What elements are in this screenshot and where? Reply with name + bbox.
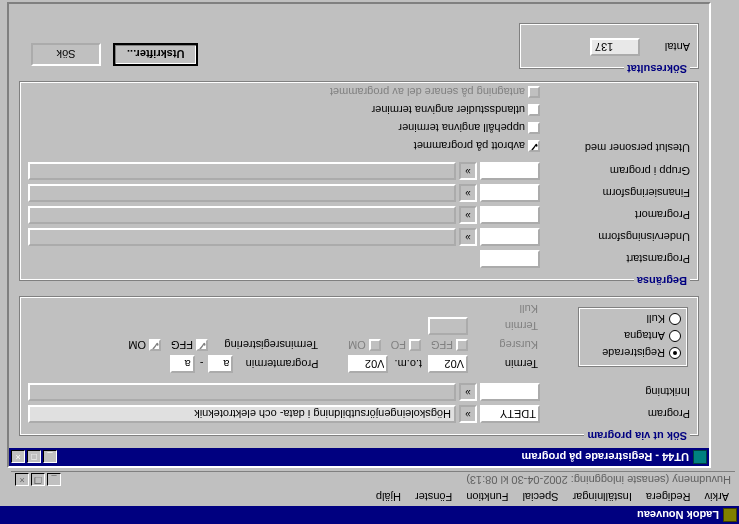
radio-registrerade[interactable] — [669, 348, 681, 360]
kull-termin-input — [428, 317, 468, 335]
app-icon — [723, 508, 737, 522]
termin-to-input[interactable] — [348, 355, 388, 373]
inriktning-lookup-button[interactable]: » — [459, 383, 477, 401]
cb-kursreg-ffg — [456, 339, 468, 351]
programtermin-label: Programtermin — [233, 358, 318, 370]
group-sok: Sök ut via program Program » Högskoleing… — [19, 296, 699, 436]
terminsreg-label: Terminsregistrering — [208, 339, 318, 351]
programtermin-to-input[interactable] — [170, 355, 195, 373]
group-sokresultat: Sökresultat Antal 137 — [519, 23, 699, 69]
cb-avbrott[interactable] — [528, 140, 540, 152]
cb-termreg-ffg-label: FFG — [171, 339, 193, 351]
termin-from-input[interactable] — [428, 355, 468, 373]
child-maximize-icon[interactable]: □ — [27, 451, 41, 464]
cb-kursreg-fo — [409, 339, 421, 351]
cb-kursreg-om-label: OM — [348, 339, 366, 351]
inriktning-desc — [28, 383, 456, 401]
finansieringsform-lookup-button[interactable]: » — [459, 184, 477, 202]
radio-kull-label: Kull — [647, 314, 665, 326]
finansieringsform-label: Finansieringsform — [540, 187, 690, 199]
inriktning-label: Inriktning — [540, 386, 690, 398]
app-titlebar: Ladok Nouveau — [0, 506, 739, 524]
grupp-lookup-button[interactable]: » — [459, 162, 477, 180]
cb-uppehall-label: uppehåll angivna terminer — [398, 122, 525, 134]
group-sokresultat-legend: Sökresultat — [624, 63, 690, 75]
cb-antagning — [528, 86, 540, 98]
minimize-icon[interactable]: _ — [47, 474, 61, 487]
antal-value: 137 — [590, 38, 640, 56]
programort-input[interactable] — [480, 206, 540, 224]
undervisningsform-lookup-button[interactable]: » — [459, 228, 477, 246]
programtermin-from-input[interactable] — [208, 355, 233, 373]
menubar: Arkiv Redigera Inställningar Special Fun… — [0, 488, 739, 506]
kursreg-label: Kursreg — [468, 339, 538, 351]
inriktning-code-input[interactable] — [480, 383, 540, 401]
grupp-desc — [28, 162, 456, 180]
group-begransa: Begränsa Programstart Undervisningsform … — [19, 81, 699, 281]
cb-kursreg-fo-label: FO — [391, 339, 406, 351]
mdi-child-header: Huvudmeny (senaste inloggning: 2002-04-3… — [11, 471, 735, 488]
tom-label: t.o.m. — [394, 358, 422, 370]
cb-termreg-om[interactable] — [149, 339, 161, 351]
uteslut-label: Uteslut personer med — [540, 142, 690, 154]
selection-mode-box: Registrerade Antagna Kull — [578, 307, 688, 367]
menu-hjalp[interactable]: Hjälp — [370, 490, 407, 504]
finansieringsform-input[interactable] — [480, 184, 540, 202]
close-icon[interactable]: × — [15, 474, 29, 487]
termin-label: Termin — [468, 358, 538, 370]
programstart-label: Programstart — [540, 253, 690, 265]
group-sok-legend: Sök ut via program — [584, 430, 690, 442]
child-window: UT44 - Registrerade på program _ □ × Sök… — [7, 2, 711, 468]
cb-avbrott-label: avbrott på programmet — [414, 140, 525, 152]
cb-utlands-label: utlandsstudier angivna terminer — [372, 104, 525, 116]
programstart-input[interactable] — [480, 250, 540, 268]
finansieringsform-desc — [28, 184, 456, 202]
cb-termreg-om-label: OM — [128, 339, 146, 351]
grupp-input[interactable] — [480, 162, 540, 180]
undervisningsform-label: Undervisningsform — [540, 231, 690, 243]
restore-icon[interactable]: ❐ — [31, 474, 45, 487]
menu-fonster[interactable]: Fönster — [409, 490, 458, 504]
programtermin-dash: - — [200, 358, 204, 370]
menu-redigera[interactable]: Redigera — [640, 490, 697, 504]
cb-utlands[interactable] — [528, 104, 540, 116]
menu-installningar[interactable]: Inställningar — [567, 490, 638, 504]
kull-label: Kull — [468, 303, 538, 315]
radio-antagna[interactable] — [669, 331, 681, 343]
program-code-input[interactable] — [480, 405, 540, 423]
app-title: Ladok Nouveau — [637, 509, 719, 521]
child-close-icon[interactable]: × — [11, 451, 25, 464]
kull-termin-label: Termin — [468, 320, 538, 332]
antal-label: Antal — [640, 41, 690, 53]
undervisningsform-input[interactable] — [480, 228, 540, 246]
utskrifter-button[interactable]: Utskrifter... — [113, 43, 198, 66]
radio-antagna-label: Antagna — [624, 331, 665, 343]
program-lookup-button[interactable]: » — [459, 405, 477, 423]
undervisningsform-desc — [28, 228, 456, 246]
programort-desc — [28, 206, 456, 224]
child-title: UT44 - Registrerade på program — [57, 451, 689, 463]
menu-arkiv[interactable]: Arkiv — [699, 490, 735, 504]
group-begransa-legend: Begränsa — [634, 275, 690, 287]
programort-lookup-button[interactable]: » — [459, 206, 477, 224]
program-label: Program — [540, 408, 690, 420]
cb-termreg-ffg[interactable] — [196, 339, 208, 351]
grupp-label: Grupp i program — [540, 165, 690, 177]
child-icon — [693, 450, 707, 464]
cb-antagning-label: antagning på senare del av programmet — [330, 86, 525, 98]
menu-funktion[interactable]: Funktion — [460, 490, 514, 504]
status-text: Huvudmeny (senaste inloggning: 2002-04-3… — [466, 474, 731, 486]
programort-label: Programort — [540, 209, 690, 221]
radio-registrerade-label: Registrerade — [602, 348, 665, 360]
menu-special[interactable]: Special — [517, 490, 565, 504]
program-desc: Högskoleingenjörsutbildning i data- och … — [28, 405, 456, 423]
sok-button[interactable]: Sök — [31, 43, 101, 66]
child-titlebar: UT44 - Registrerade på program _ □ × — [9, 448, 709, 466]
child-minimize-icon[interactable]: _ — [43, 451, 57, 464]
cb-kursreg-ffg-label: FFG — [431, 339, 453, 351]
cb-uppehall[interactable] — [528, 122, 540, 134]
cb-kursreg-om — [369, 339, 381, 351]
radio-kull[interactable] — [669, 314, 681, 326]
